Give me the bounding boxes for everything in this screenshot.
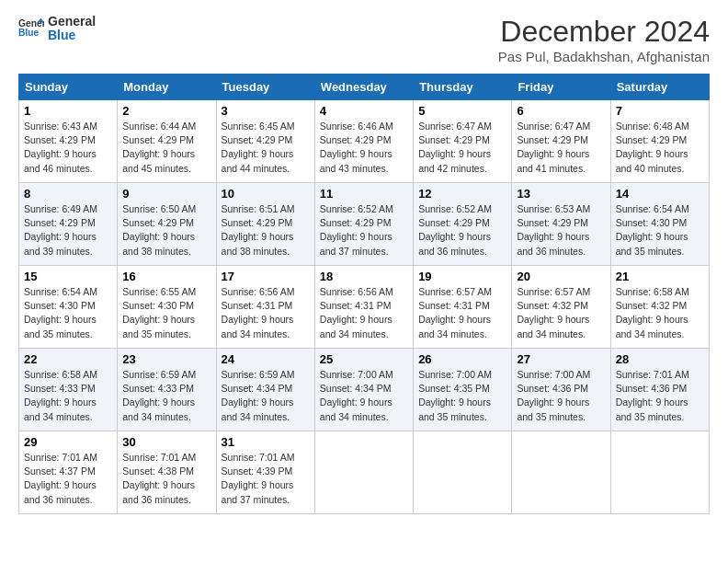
logo-icon: General Blue [18, 16, 44, 41]
day-detail: Sunrise: 6:55 AMSunset: 4:30 PMDaylight:… [122, 286, 196, 339]
day-detail: Sunrise: 6:49 AMSunset: 4:29 PMDaylight:… [24, 203, 97, 257]
day-detail: Sunrise: 6:57 AMSunset: 4:32 PMDaylight:… [517, 286, 590, 339]
table-cell: 7Sunrise: 6:48 AMSunset: 4:29 PMDaylight… [610, 100, 709, 183]
table-cell: 2Sunrise: 6:44 AMSunset: 4:29 PMDaylight… [118, 100, 216, 183]
table-cell: 3Sunrise: 6:45 AMSunset: 4:29 PMDaylight… [216, 100, 314, 183]
table-cell: 13Sunrise: 6:53 AMSunset: 4:29 PMDayligh… [512, 183, 610, 266]
day-detail: Sunrise: 6:58 AMSunset: 4:33 PMDaylight:… [24, 369, 97, 422]
calendar-week-row: 29Sunrise: 7:01 AMSunset: 4:37 PMDayligh… [19, 431, 710, 514]
calendar-header-row: Sunday Monday Tuesday Wednesday Thursday… [19, 75, 710, 100]
col-saturday: Saturday [610, 75, 709, 100]
day-number: 13 [517, 187, 605, 201]
table-cell: 25Sunrise: 7:00 AMSunset: 4:34 PMDayligh… [314, 349, 413, 431]
day-number: 12 [418, 187, 506, 201]
table-cell: 11Sunrise: 6:52 AMSunset: 4:29 PMDayligh… [314, 183, 413, 266]
col-wednesday: Wednesday [314, 75, 413, 100]
day-number: 9 [122, 187, 210, 201]
table-cell: 16Sunrise: 6:55 AMSunset: 4:30 PMDayligh… [118, 266, 216, 349]
day-number: 15 [24, 270, 112, 283]
calendar-week-row: 1Sunrise: 6:43 AMSunset: 4:29 PMDaylight… [19, 100, 710, 183]
svg-text:Blue: Blue [18, 29, 40, 39]
day-number: 5 [418, 104, 506, 118]
day-number: 14 [616, 187, 704, 201]
table-cell: 23Sunrise: 6:59 AMSunset: 4:33 PMDayligh… [118, 349, 216, 431]
logo-text-blue: Blue [48, 29, 96, 42]
day-number: 28 [616, 352, 704, 366]
day-number: 8 [24, 187, 112, 201]
title-area: December 2024 Pas Pul, Badakhshan, Afgha… [498, 15, 710, 64]
table-cell: 19Sunrise: 6:57 AMSunset: 4:31 PMDayligh… [414, 266, 512, 349]
day-number: 22 [24, 352, 112, 366]
header: General Blue General Blue December 2024 … [18, 15, 710, 64]
day-detail: Sunrise: 6:45 AMSunset: 4:29 PMDaylight:… [222, 121, 295, 174]
day-number: 26 [418, 352, 506, 366]
col-tuesday: Tuesday [216, 75, 314, 100]
day-number: 27 [517, 352, 605, 366]
table-cell: 26Sunrise: 7:00 AMSunset: 4:35 PMDayligh… [414, 349, 512, 431]
table-cell: 8Sunrise: 6:49 AMSunset: 4:29 PMDaylight… [19, 183, 118, 266]
day-detail: Sunrise: 7:00 AMSunset: 4:35 PMDaylight:… [418, 369, 492, 422]
day-number: 18 [320, 270, 408, 283]
day-detail: Sunrise: 6:59 AMSunset: 4:34 PMDaylight:… [222, 369, 295, 422]
table-cell: 18Sunrise: 6:56 AMSunset: 4:31 PMDayligh… [314, 266, 413, 349]
table-cell: 14Sunrise: 6:54 AMSunset: 4:30 PMDayligh… [610, 183, 709, 266]
table-cell: 20Sunrise: 6:57 AMSunset: 4:32 PMDayligh… [512, 266, 610, 349]
day-number: 23 [122, 352, 210, 366]
day-detail: Sunrise: 6:59 AMSunset: 4:33 PMDaylight:… [122, 369, 196, 422]
day-detail: Sunrise: 7:01 AMSunset: 4:39 PMDaylight:… [222, 452, 295, 505]
day-detail: Sunrise: 7:00 AMSunset: 4:36 PMDaylight:… [517, 369, 590, 422]
col-monday: Monday [118, 75, 216, 100]
day-detail: Sunrise: 6:53 AMSunset: 4:29 PMDaylight:… [517, 203, 590, 257]
day-number: 4 [320, 104, 408, 118]
day-detail: Sunrise: 6:48 AMSunset: 4:29 PMDaylight:… [616, 121, 689, 174]
table-cell: 1Sunrise: 6:43 AMSunset: 4:29 PMDaylight… [19, 100, 118, 183]
day-number: 10 [222, 187, 310, 201]
day-detail: Sunrise: 6:50 AMSunset: 4:29 PMDaylight:… [122, 203, 196, 257]
col-sunday: Sunday [19, 75, 118, 100]
table-cell: 28Sunrise: 7:01 AMSunset: 4:36 PMDayligh… [610, 349, 709, 431]
day-detail: Sunrise: 6:44 AMSunset: 4:29 PMDaylight:… [122, 121, 196, 174]
day-detail: Sunrise: 7:01 AMSunset: 4:36 PMDaylight:… [616, 369, 689, 422]
day-number: 3 [222, 104, 310, 118]
table-cell [414, 431, 512, 514]
day-number: 21 [616, 270, 704, 283]
day-number: 11 [320, 187, 408, 201]
table-cell: 12Sunrise: 6:52 AMSunset: 4:29 PMDayligh… [414, 183, 512, 266]
calendar-week-row: 15Sunrise: 6:54 AMSunset: 4:30 PMDayligh… [19, 266, 710, 349]
table-cell: 17Sunrise: 6:56 AMSunset: 4:31 PMDayligh… [216, 266, 314, 349]
day-detail: Sunrise: 7:01 AMSunset: 4:38 PMDaylight:… [122, 452, 196, 505]
day-detail: Sunrise: 6:54 AMSunset: 4:30 PMDaylight:… [24, 286, 97, 339]
table-cell [314, 431, 413, 514]
table-cell [610, 431, 709, 514]
day-detail: Sunrise: 6:52 AMSunset: 4:29 PMDaylight:… [418, 203, 492, 257]
day-number: 2 [122, 104, 210, 118]
day-detail: Sunrise: 6:47 AMSunset: 4:29 PMDaylight:… [517, 121, 590, 174]
table-cell: 21Sunrise: 6:58 AMSunset: 4:32 PMDayligh… [610, 266, 709, 349]
table-cell: 22Sunrise: 6:58 AMSunset: 4:33 PMDayligh… [19, 349, 118, 431]
day-number: 31 [222, 435, 310, 449]
day-detail: Sunrise: 7:00 AMSunset: 4:34 PMDaylight:… [320, 369, 393, 422]
table-cell: 9Sunrise: 6:50 AMSunset: 4:29 PMDaylight… [118, 183, 216, 266]
table-cell: 4Sunrise: 6:46 AMSunset: 4:29 PMDaylight… [314, 100, 413, 183]
col-thursday: Thursday [414, 75, 512, 100]
day-detail: Sunrise: 6:46 AMSunset: 4:29 PMDaylight:… [320, 121, 393, 174]
day-detail: Sunrise: 6:54 AMSunset: 4:30 PMDaylight:… [616, 203, 689, 257]
logo: General Blue General Blue [18, 15, 96, 43]
table-cell: 5Sunrise: 6:47 AMSunset: 4:29 PMDaylight… [414, 100, 512, 183]
day-number: 1 [24, 104, 112, 118]
table-cell: 27Sunrise: 7:00 AMSunset: 4:36 PMDayligh… [512, 349, 610, 431]
col-friday: Friday [512, 75, 610, 100]
table-cell: 29Sunrise: 7:01 AMSunset: 4:37 PMDayligh… [19, 431, 118, 514]
day-detail: Sunrise: 6:57 AMSunset: 4:31 PMDaylight:… [418, 286, 492, 339]
calendar-week-row: 22Sunrise: 6:58 AMSunset: 4:33 PMDayligh… [19, 349, 710, 431]
day-detail: Sunrise: 6:56 AMSunset: 4:31 PMDaylight:… [222, 286, 295, 339]
table-cell: 15Sunrise: 6:54 AMSunset: 4:30 PMDayligh… [19, 266, 118, 349]
table-cell: 10Sunrise: 6:51 AMSunset: 4:29 PMDayligh… [216, 183, 314, 266]
day-number: 6 [517, 104, 605, 118]
calendar-week-row: 8Sunrise: 6:49 AMSunset: 4:29 PMDaylight… [19, 183, 710, 266]
table-cell: 24Sunrise: 6:59 AMSunset: 4:34 PMDayligh… [216, 349, 314, 431]
day-number: 20 [517, 270, 605, 283]
day-detail: Sunrise: 6:52 AMSunset: 4:29 PMDaylight:… [320, 203, 393, 257]
calendar-subtitle: Pas Pul, Badakhshan, Afghanistan [498, 49, 710, 64]
day-detail: Sunrise: 7:01 AMSunset: 4:37 PMDaylight:… [24, 452, 97, 505]
